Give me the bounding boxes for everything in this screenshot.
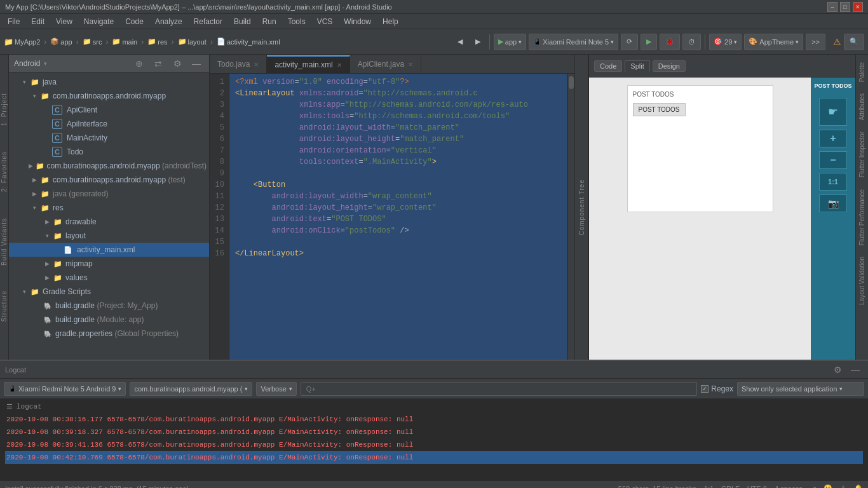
- code-view-btn[interactable]: Code: [594, 60, 622, 72]
- breadcrumb-app[interactable]: 📦 app: [50, 37, 72, 46]
- vtab-layout-validation[interactable]: Layout Validation: [857, 252, 867, 310]
- menu-edit[interactable]: Edit: [26, 16, 50, 27]
- menu-file[interactable]: File: [3, 16, 25, 27]
- tree-mipmap[interactable]: ▶ 📁 mipmap: [9, 257, 209, 271]
- add-icon[interactable]: ⊕: [132, 56, 147, 71]
- run-config-dropdown[interactable]: ▶ app ▾: [494, 34, 526, 50]
- side-label-favorites[interactable]: 2: Favorites: [1, 151, 8, 192]
- tree-apiclient[interactable]: C ApiClient: [9, 103, 209, 117]
- log-entry-4[interactable]: 2020-10-08 00:42:10.769 6578-6578/com.bu…: [5, 451, 863, 464]
- side-label-project[interactable]: 1: Project: [1, 93, 8, 126]
- tree-androidtest[interactable]: ▶ 📁 com.buratinoapps.android.myapp (andr…: [9, 159, 209, 173]
- back-button[interactable]: ◀: [452, 34, 468, 50]
- profile-button[interactable]: ⏱: [682, 34, 701, 50]
- menu-build[interactable]: Build: [229, 16, 256, 27]
- tab-apiclient-java-close[interactable]: ✕: [408, 61, 413, 68]
- split-view-btn[interactable]: Split: [625, 60, 649, 72]
- logcat-search-input[interactable]: [301, 382, 697, 396]
- tree-drawable[interactable]: ▶ 📁 drawable: [9, 215, 209, 229]
- zoom-fit-btn[interactable]: 1:1: [819, 173, 847, 191]
- tree-build-gradle-app[interactable]: 🐘 build.gradle (Module: app): [9, 313, 209, 327]
- forward-button[interactable]: ▶: [470, 34, 485, 50]
- status-right: 560 chars, 15 line breaks 1:1 CRLF UTF-8…: [618, 484, 863, 488]
- tree-mainactivity[interactable]: C MainActivity: [9, 131, 209, 145]
- close-button[interactable]: ✕: [853, 2, 863, 12]
- vtab-flutter-inspector[interactable]: Flutter Inspector: [857, 126, 867, 182]
- breadcrumb-main[interactable]: 📁 main: [112, 37, 137, 46]
- side-label-build-variants[interactable]: Build Variants: [1, 218, 8, 266]
- tree-build-gradle-project[interactable]: 🐘 build.gradle (Project: My_App): [9, 299, 209, 313]
- editor-scrollbar[interactable]: [567, 74, 574, 360]
- tree-gradle-properties[interactable]: 🐘 gradle.properties (Global Properties): [9, 327, 209, 341]
- logcat-settings-icon[interactable]: ⚙: [830, 362, 845, 377]
- status-line-ending[interactable]: CRLF: [721, 485, 740, 489]
- search-everywhere[interactable]: 🔍: [844, 34, 864, 50]
- logcat-package-dropdown[interactable]: com.buratinoapps.android.myapp ( ▾: [130, 382, 252, 396]
- logcat-device-dropdown[interactable]: 📱 Xiaomi Redmi Note 5 Android 9 ▾: [4, 382, 126, 396]
- tree-apiinterface[interactable]: C ApiInterface: [9, 117, 209, 131]
- tree-package-main[interactable]: ▾ 📁 com.buratinoapps.android.myapp: [9, 89, 209, 103]
- menu-vcs[interactable]: VCS: [312, 16, 338, 27]
- device-dropdown[interactable]: 📱 Xiaomi Redmi Note 5 ▾: [529, 34, 618, 50]
- debug-button[interactable]: 🐞: [660, 34, 680, 50]
- component-tree-label[interactable]: Component Tree: [578, 179, 585, 236]
- tree-activity-main[interactable]: 📄 activity_main.xml: [9, 243, 209, 257]
- breadcrumb-file[interactable]: 📄 activity_main.xml: [217, 37, 280, 46]
- breadcrumb-src[interactable]: 📁 src: [83, 37, 102, 46]
- api-dropdown[interactable]: 🎯 29 ▾: [709, 34, 742, 50]
- regex-checkbox-box[interactable]: [701, 385, 709, 393]
- breadcrumb-project[interactable]: 📁 MyApp2: [4, 37, 40, 46]
- menu-view[interactable]: View: [51, 16, 78, 27]
- theme-dropdown[interactable]: 🎨 AppTheme ▾: [744, 34, 803, 50]
- sync-tree-icon[interactable]: ⇄: [151, 56, 166, 71]
- logcat-level-dropdown[interactable]: Verbose ▾: [256, 382, 296, 396]
- menu-help[interactable]: Help: [377, 16, 403, 27]
- tree-todo[interactable]: C Todo: [9, 145, 209, 159]
- code-editor[interactable]: <?xml version="1.0" encoding="utf-8"?> <…: [230, 74, 567, 360]
- vtab-flutter-performance[interactable]: Flutter Performance: [857, 184, 867, 250]
- menu-navigate[interactable]: Navigate: [79, 16, 119, 27]
- menu-tools[interactable]: Tools: [283, 16, 311, 27]
- tree-gradle-scripts[interactable]: ▾ 📁 Gradle Scripts: [9, 285, 209, 299]
- menu-refactor[interactable]: Refactor: [189, 16, 227, 27]
- settings-icon[interactable]: ⚙: [170, 56, 185, 71]
- tab-todo-java[interactable]: Todo.java ✕: [210, 55, 267, 73]
- toolbar-more[interactable]: >>: [806, 34, 825, 50]
- minimize-button[interactable]: –: [827, 2, 837, 12]
- status-indent[interactable]: 4 spaces: [775, 485, 803, 489]
- menu-run[interactable]: Run: [257, 16, 281, 27]
- vtab-attributes[interactable]: Attributes: [857, 88, 867, 125]
- tree-res[interactable]: ▾ 📁 res: [9, 201, 209, 215]
- tree-test[interactable]: ▶ 📁 com.buratinoapps.android.myapp (test…: [9, 173, 209, 187]
- menu-code[interactable]: Code: [120, 16, 149, 27]
- tab-todo-java-close[interactable]: ✕: [254, 61, 259, 68]
- close-panel-icon[interactable]: —: [189, 56, 204, 71]
- vtab-palette[interactable]: Palette: [857, 57, 867, 87]
- run-button[interactable]: ▶: [641, 34, 657, 50]
- tree-generated[interactable]: ▶ 📁 java (generated): [9, 187, 209, 201]
- android-label: Android: [14, 59, 40, 68]
- tree-values[interactable]: ▶ 📁 values: [9, 271, 209, 285]
- tree-java[interactable]: ▾ 📁 java: [9, 75, 209, 89]
- design-view-btn[interactable]: Design: [653, 60, 686, 72]
- menu-window[interactable]: Window: [339, 16, 376, 27]
- tree-layout[interactable]: ▾ 📁 layout: [9, 229, 209, 243]
- side-label-structure[interactable]: Structure: [1, 290, 8, 322]
- status-encoding[interactable]: UTF-8: [747, 485, 767, 489]
- tab-apiclient-java[interactable]: ApiClient.java ✕: [350, 55, 421, 73]
- breadcrumb-layout[interactable]: 📁 layout: [178, 37, 207, 46]
- screenshot-btn[interactable]: 📷: [819, 194, 847, 212]
- status-position[interactable]: 1:1: [704, 485, 714, 489]
- regex-checkbox[interactable]: Regex: [701, 384, 733, 393]
- maximize-button[interactable]: □: [840, 2, 850, 12]
- sync-button[interactable]: ⟳: [621, 34, 638, 50]
- tab-activity-main[interactable]: activity_main.xml ✕: [267, 55, 349, 73]
- zoom-in-btn[interactable]: +: [819, 130, 847, 147]
- cursor-tool-btn[interactable]: ☛: [819, 98, 847, 126]
- zoom-out-btn[interactable]: −: [819, 151, 847, 169]
- tab-activity-main-close[interactable]: ✕: [337, 62, 342, 69]
- logcat-filter-dropdown[interactable]: Show only selected application ▾: [737, 382, 864, 396]
- logcat-close-icon[interactable]: —: [848, 362, 863, 377]
- breadcrumb-res[interactable]: 📁 res: [147, 37, 167, 46]
- menu-analyze[interactable]: Analyze: [150, 16, 187, 27]
